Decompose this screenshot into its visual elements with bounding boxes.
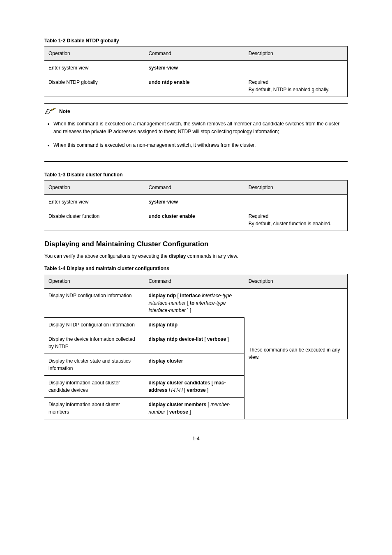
cell-description: —: [244, 61, 348, 75]
cell-command: display ntdp: [144, 317, 244, 332]
table-disable-cluster: Operation Command Description Enter syst…: [44, 180, 348, 231]
cell-operation: Display the cluster state and statistics…: [44, 354, 144, 375]
page-root: Table 1-2 Disable NTDP globally Operatio…: [0, 0, 392, 458]
table-row: Display NDP configuration information di…: [44, 288, 348, 317]
cell-command: display cluster members [ member-number …: [144, 397, 244, 419]
table3-header-operation: Operation: [44, 274, 144, 288]
cell-operation: Display information about cluster member…: [44, 397, 144, 419]
cell-operation: Enter system view: [44, 194, 144, 209]
table-disable-ntdp: Operation Command Description Enter syst…: [44, 46, 348, 97]
table3-caption: Table 1-4 Display and maintain cluster c…: [44, 266, 348, 271]
table2-header-description: Description: [244, 180, 348, 194]
table-row: Disable NTDP globally undo ntdp enable R…: [44, 75, 348, 97]
cell-operation: Display the device information collected…: [44, 332, 144, 354]
page-number: 1-4: [44, 436, 348, 442]
cell-operation: Display information about cluster candid…: [44, 375, 144, 397]
cell-command: display cluster candidates [ mac-address…: [144, 375, 244, 397]
cell-description: RequiredBy default, cluster function is …: [244, 209, 348, 231]
cell-operation: Disable cluster function: [44, 209, 144, 231]
section-intro-text: You can verify the above configurations …: [44, 252, 348, 260]
cell-command: undo ntdp enable: [144, 75, 244, 97]
cell-command: display ndp [ interface interface-type i…: [144, 288, 244, 317]
cell-description: RequiredBy default, NTDP is enabled glob…: [244, 75, 348, 97]
cell-command: undo cluster enable: [144, 209, 244, 231]
cell-description-merged: These commands can be executed in any vi…: [244, 288, 348, 419]
table-display-maintain: Operation Command Description Display ND…: [44, 274, 348, 419]
cell-command: display ntdp device-list [ verbose ]: [144, 332, 244, 354]
table2-header-command: Command: [144, 180, 244, 194]
note-list: When this command is executed on a manag…: [44, 120, 348, 150]
table1-header-command: Command: [144, 46, 244, 61]
note-item: When this command is executed on a non-m…: [53, 141, 348, 149]
note-label: Note: [59, 109, 70, 114]
cell-operation: Display NTDP configuration information: [44, 317, 144, 332]
cell-command: system-view: [144, 61, 244, 75]
table1-header-description: Description: [244, 46, 348, 61]
cell-description: —: [244, 194, 348, 209]
section-heading-display-maintain: Displaying and Maintaining Cluster Confi…: [44, 240, 348, 248]
table1-caption: Table 1-2 Disable NTDP globally: [44, 38, 348, 44]
cell-command: display cluster: [144, 354, 244, 375]
note-icon: [44, 107, 57, 116]
cell-operation: Enter system view: [44, 61, 144, 75]
note-header: Note: [44, 107, 348, 116]
table2-header-operation: Operation: [44, 180, 144, 194]
table-row: Disable cluster function undo cluster en…: [44, 209, 348, 231]
table-row: Enter system view system-view —: [44, 194, 348, 209]
table3-header-description: Description: [244, 274, 348, 288]
table1-header-operation: Operation: [44, 46, 144, 61]
table3-header-command: Command: [144, 274, 244, 288]
note-item: When this command is executed on a manag…: [53, 120, 348, 136]
table2-caption: Table 1-3 Disable cluster function: [44, 172, 348, 178]
table-row: Enter system view system-view —: [44, 61, 348, 75]
cell-operation: Disable NTDP globally: [44, 75, 144, 97]
cell-operation: Display NDP configuration information: [44, 288, 144, 317]
note-block: Note When this command is executed on a …: [44, 103, 348, 162]
cell-command: system-view: [144, 194, 244, 209]
